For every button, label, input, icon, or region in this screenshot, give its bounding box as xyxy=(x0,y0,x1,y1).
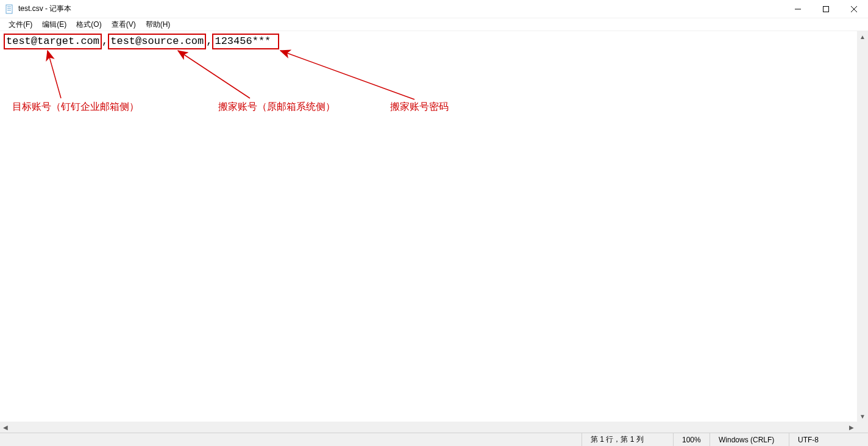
csv-separator: , xyxy=(102,35,108,47)
minimize-button[interactable] xyxy=(784,0,812,18)
scroll-corner xyxy=(857,422,868,433)
csv-field-target: test@target.com xyxy=(4,34,102,49)
scroll-right-icon[interactable]: ▶ xyxy=(846,422,857,433)
scroll-up-icon[interactable]: ▲ xyxy=(857,31,868,42)
menu-help[interactable]: 帮助(H) xyxy=(141,18,176,31)
annotation-password: 搬家账号密码 xyxy=(390,101,449,113)
csv-field-password: 123456*** xyxy=(212,34,279,49)
svg-rect-0 xyxy=(6,5,12,13)
notepad-icon xyxy=(5,4,15,14)
window-title: test.csv - 记事本 xyxy=(18,4,71,14)
status-position: 第 1 行，第 1 列 xyxy=(582,433,673,446)
annotation-target-account: 目标账号（钉钉企业邮箱侧） xyxy=(12,101,139,113)
menu-view[interactable]: 查看(V) xyxy=(107,18,141,31)
menubar: 文件(F) 编辑(E) 格式(O) 查看(V) 帮助(H) xyxy=(0,18,868,31)
horizontal-scrollbar[interactable]: ◀ ▶ xyxy=(0,422,857,433)
status-zoom: 100% xyxy=(673,433,710,446)
csv-separator: , xyxy=(206,35,212,47)
maximize-button[interactable] xyxy=(812,0,840,18)
scroll-left-icon[interactable]: ◀ xyxy=(0,422,11,433)
close-button[interactable] xyxy=(840,0,868,18)
vertical-scrollbar[interactable]: ▲ ▼ xyxy=(857,31,868,422)
csv-field-source: test@source.com xyxy=(108,34,206,49)
titlebar: test.csv - 记事本 xyxy=(0,0,868,18)
menu-file[interactable]: 文件(F) xyxy=(4,18,37,31)
text-editor[interactable]: test@target.com,test@source.com,123456**… xyxy=(0,31,857,422)
status-encoding: UTF-8 xyxy=(789,433,868,446)
menu-edit[interactable]: 编辑(E) xyxy=(37,18,71,31)
annotation-source-account: 搬家账号（原邮箱系统侧） xyxy=(218,101,335,113)
svg-rect-5 xyxy=(824,7,829,12)
window-controls xyxy=(784,0,868,18)
status-line-ending: Windows (CRLF) xyxy=(710,433,789,446)
menu-format[interactable]: 格式(O) xyxy=(71,18,106,31)
statusbar: 第 1 行，第 1 列 100% Windows (CRLF) UTF-8 xyxy=(0,433,868,446)
scroll-down-icon[interactable]: ▼ xyxy=(857,411,868,422)
editor-area: test@target.com,test@source.com,123456**… xyxy=(0,31,868,433)
